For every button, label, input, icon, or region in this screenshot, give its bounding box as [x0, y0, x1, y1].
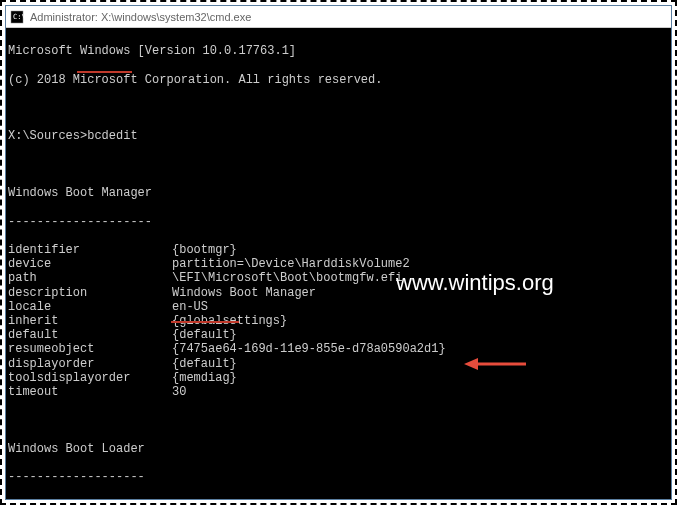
section-title-1: Windows Boot Manager: [8, 186, 671, 200]
svg-text:C:\: C:\: [13, 13, 24, 21]
property-row: resumeobject{7475ae64-169d-11e9-855e-d78…: [8, 342, 671, 356]
property-row: path\EFI\Microsoft\Boot\bootmgfw.efi: [8, 271, 671, 285]
property-key: identifier: [8, 243, 172, 257]
annotation-underline-bcdedit: [77, 71, 132, 73]
section-1-rows: identifier{bootmgr}devicepartition=\Devi…: [8, 243, 671, 399]
property-row: devicepartition=\Device\HarddiskVolume2: [8, 257, 671, 271]
property-key: description: [8, 286, 172, 300]
terminal-area[interactable]: Microsoft Windows [Version 10.0.17763.1]…: [6, 28, 671, 499]
annotation-arrow-icon: [406, 342, 468, 358]
blank-line: [8, 158, 671, 172]
property-key: toolsdisplayorder: [8, 371, 172, 385]
command-line-1: X:\Sources>bcdedit: [8, 129, 671, 143]
property-row: identifier{bootmgr}: [8, 243, 671, 257]
property-key: device: [8, 257, 172, 271]
section-title-2: Windows Boot Loader: [8, 442, 671, 456]
cmd-window: C:\ Administrator: X:\windows\system32\c…: [5, 5, 672, 500]
annotation-underline-default: [171, 321, 239, 323]
property-key: displayorder: [8, 357, 172, 371]
watermark-text: www.wintips.org: [396, 276, 554, 290]
property-row: default{default}: [8, 328, 671, 342]
property-value: {default}: [172, 328, 671, 342]
section-divider-1: --------------------: [8, 215, 671, 229]
property-row: descriptionWindows Boot Manager: [8, 286, 671, 300]
property-value: {bootmgr}: [172, 243, 671, 257]
property-key: path: [8, 271, 172, 285]
section-divider-2: -------------------: [8, 470, 671, 484]
property-value: en-US: [172, 300, 671, 314]
property-key: timeout: [8, 385, 172, 399]
window-title: Administrator: X:\windows\system32\cmd.e…: [30, 11, 251, 23]
property-row: timeout30: [8, 385, 671, 399]
property-row: displayorder{default}: [8, 357, 671, 371]
cmd-icon: C:\: [10, 10, 24, 24]
blank-line: [8, 413, 671, 427]
property-key: locale: [8, 300, 172, 314]
property-key: inherit: [8, 314, 172, 328]
svg-marker-3: [464, 358, 478, 370]
property-value: {globalsettings}: [172, 314, 671, 328]
property-row: localeen-US: [8, 300, 671, 314]
property-row: toolsdisplayorder{memdiag}: [8, 371, 671, 385]
copyright-line: (c) 2018 Microsoft Corporation. All righ…: [8, 73, 671, 87]
screenshot-frame: C:\ Administrator: X:\windows\system32\c…: [0, 0, 677, 505]
version-line: Microsoft Windows [Version 10.0.17763.1]: [8, 44, 671, 58]
blank-line: [8, 101, 671, 115]
property-key: resumeobject: [8, 342, 172, 356]
titlebar[interactable]: C:\ Administrator: X:\windows\system32\c…: [6, 6, 671, 28]
property-row: inherit{globalsettings}: [8, 314, 671, 328]
property-key: default: [8, 328, 172, 342]
